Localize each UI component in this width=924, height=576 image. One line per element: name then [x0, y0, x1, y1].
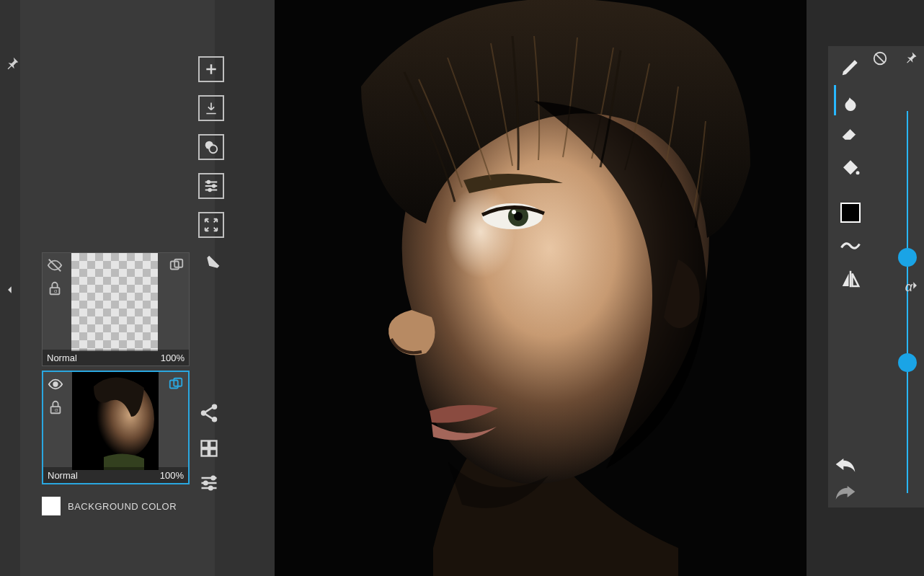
clipping-icon[interactable] — [168, 376, 184, 392]
expand-right-icon[interactable] — [910, 278, 920, 293]
svg-text:α: α — [54, 288, 58, 294]
add-layer-button[interactable] — [198, 56, 224, 82]
svg-point-10 — [53, 382, 58, 386]
layer-thumbnail — [71, 253, 158, 351]
opacity-label[interactable]: 100% — [161, 353, 185, 363]
layer-footer: Normal 100% — [43, 467, 188, 483]
brush-slider-track[interactable] — [907, 111, 908, 493]
layer-footer: Normal 100% — [43, 350, 189, 365]
layer-shapes-button[interactable] — [198, 134, 224, 160]
smudge-tool[interactable] — [834, 84, 866, 117]
pin-icon[interactable] — [904, 50, 918, 65]
background-color-row[interactable]: BACKGROUND COLOR — [42, 496, 190, 516]
svg-point-18 — [212, 404, 218, 410]
svg-point-37 — [856, 171, 859, 174]
svg-point-24 — [212, 477, 216, 480]
disable-icon[interactable] — [872, 50, 888, 66]
svg-text:α: α — [55, 407, 58, 413]
canvas[interactable] — [275, 0, 807, 576]
settings-sliders-icon[interactable] — [199, 473, 219, 493]
background-color-swatch[interactable] — [42, 497, 61, 515]
grid-icon[interactable] — [199, 438, 219, 458]
svg-point-3 — [213, 185, 216, 187]
symmetry-tool[interactable] — [834, 262, 866, 296]
layer-stack: α Normal 100% α — [42, 252, 190, 484]
svg-point-1 — [209, 145, 217, 153]
brush-size-knob[interactable] — [898, 248, 917, 267]
fill-bucket-tool[interactable] — [834, 150, 866, 183]
clear-layer-button[interactable] — [198, 251, 224, 277]
layer-thumbnail — [72, 372, 159, 470]
undo-icon[interactable] — [834, 456, 857, 473]
tools-strip — [834, 50, 866, 296]
brush-opacity-knob[interactable] — [898, 353, 917, 372]
layer-action-column — [198, 56, 224, 277]
undo-redo-group — [834, 456, 857, 500]
svg-point-19 — [212, 417, 218, 422]
adjustments-button[interactable] — [198, 173, 224, 199]
blend-mode-label[interactable]: Normal — [48, 470, 78, 481]
svg-point-4 — [208, 189, 211, 192]
svg-rect-23 — [210, 449, 216, 456]
pen-tool[interactable] — [834, 50, 866, 84]
pin-icon[interactable] — [4, 56, 20, 71]
left-sidebar-area: α Normal 100% α — [0, 0, 275, 576]
alpha-lock-icon[interactable]: α — [48, 399, 63, 415]
tools-panel: α — [828, 46, 924, 508]
svg-point-17 — [201, 410, 207, 416]
svg-rect-22 — [202, 449, 208, 456]
transform-button[interactable] — [198, 212, 224, 238]
panel-lower-column — [198, 402, 220, 493]
eraser-tool[interactable] — [834, 117, 866, 150]
svg-point-25 — [204, 482, 208, 485]
svg-line-36 — [876, 54, 885, 63]
merge-down-button[interactable] — [198, 95, 224, 121]
opacity-label[interactable]: 100% — [160, 470, 184, 481]
wave-tool[interactable] — [834, 229, 866, 262]
layer-item[interactable]: α Normal 100% — [42, 252, 190, 366]
clipping-icon[interactable] — [169, 257, 185, 273]
svg-rect-20 — [202, 441, 208, 448]
redo-icon[interactable] — [834, 483, 857, 500]
color-swatch[interactable] — [834, 196, 866, 229]
visibility-on-icon[interactable] — [48, 376, 63, 392]
background-color-label: BACKGROUND COLOR — [68, 501, 177, 512]
share-icon[interactable] — [198, 402, 220, 424]
current-color-swatch[interactable] — [840, 203, 861, 223]
svg-point-26 — [209, 487, 213, 490]
svg-rect-21 — [210, 441, 216, 448]
visibility-off-icon[interactable] — [47, 257, 63, 273]
svg-point-2 — [208, 181, 210, 184]
layers-panel: α Normal 100% α — [20, 0, 215, 576]
blend-mode-label[interactable]: Normal — [47, 353, 77, 363]
alpha-lock-icon[interactable]: α — [47, 280, 63, 296]
layer-item[interactable]: α Normal — [42, 371, 190, 484]
collapse-left-icon[interactable] — [0, 280, 20, 300]
